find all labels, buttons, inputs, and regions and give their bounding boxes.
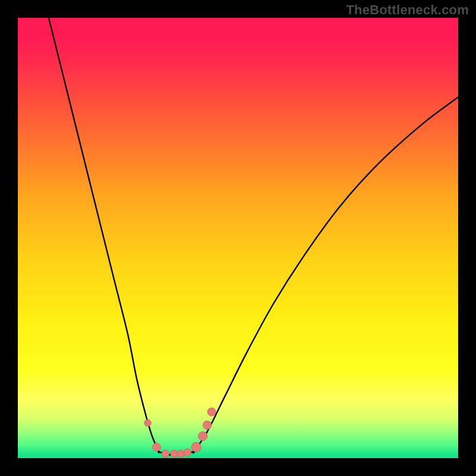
chart-svg: [18, 18, 458, 458]
bottleneck-curve: [49, 18, 458, 455]
watermark-text: TheBottleneck.com: [346, 2, 469, 18]
data-marker: [208, 408, 216, 416]
data-marker: [170, 450, 178, 458]
data-marker: [184, 449, 192, 456]
data-marker: [198, 431, 207, 440]
plot-area: [18, 18, 458, 458]
data-marker: [203, 421, 212, 430]
data-marker: [192, 442, 201, 452]
marker-group: [144, 408, 215, 458]
outer-frame: TheBottleneck.com: [0, 0, 476, 476]
data-marker: [162, 450, 170, 458]
data-marker: [177, 450, 185, 458]
data-marker: [152, 443, 161, 452]
data-marker: [144, 419, 151, 427]
